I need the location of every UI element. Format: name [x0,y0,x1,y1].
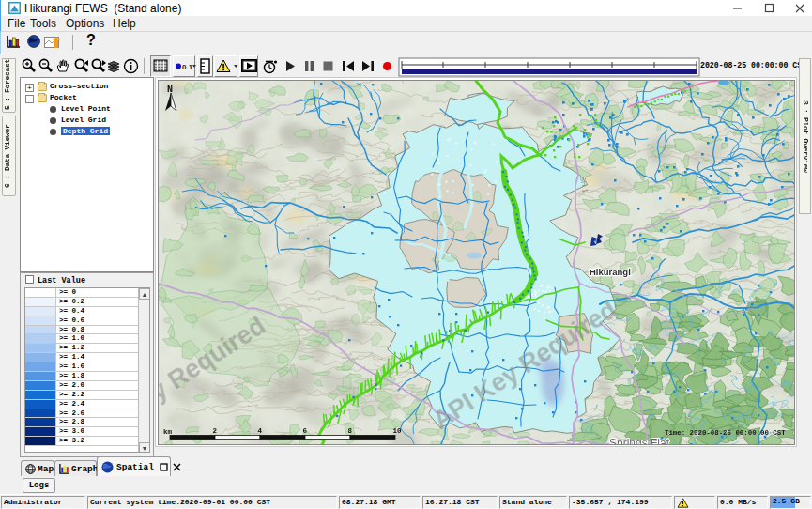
svg-text:0.1: 0.1 [182,63,193,71]
svg-text:Time: 2020-08-25 00:00:00 CST: Time: 2020-08-25 00:00:00 CST [665,429,786,437]
svg-text:km: km [163,428,173,436]
svg-text:Hikurangi: Hikurangi [590,267,631,277]
svg-text:2: 2 [213,427,218,435]
svg-text:N: N [167,85,173,95]
svg-text:4: 4 [258,427,263,435]
svg-text:8: 8 [348,427,353,435]
svg-text:Springs Flat: Springs Flat [609,437,670,445]
svg-text:10: 10 [393,427,403,435]
svg-text:6: 6 [303,427,308,435]
